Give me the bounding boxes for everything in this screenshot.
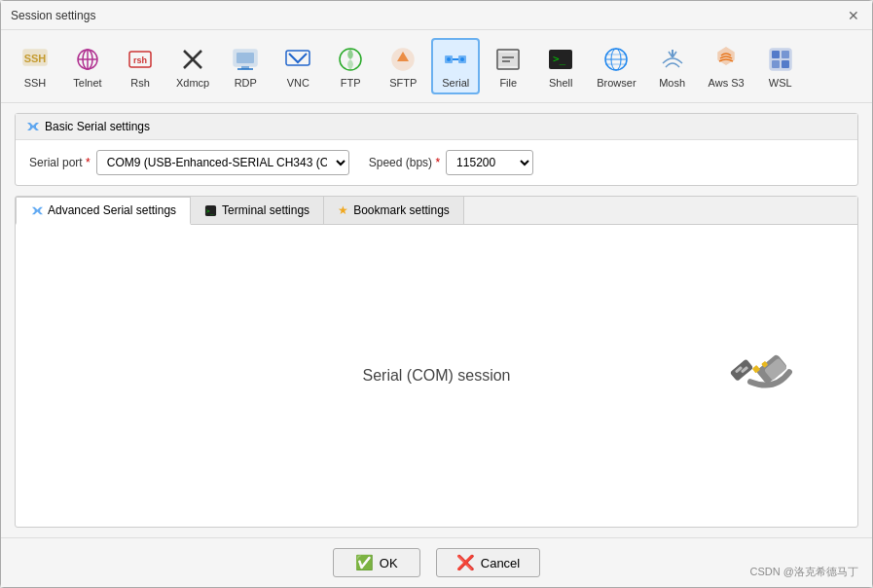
svg-point-21 <box>447 57 451 61</box>
vnc-icon <box>282 44 313 75</box>
svg-text:rsh: rsh <box>133 55 147 65</box>
rsh-icon: rsh <box>125 44 156 75</box>
tab-bookmark-settings[interactable]: ★ Bookmark settings <box>324 197 464 224</box>
sftp-label: SFTP <box>389 77 417 89</box>
basic-serial-title: Basic Serial settings <box>45 120 150 133</box>
browser-icon <box>600 44 632 75</box>
protocol-mosh[interactable]: Mosh <box>648 38 697 94</box>
svg-rect-13 <box>236 53 254 63</box>
tab-terminal-label: Terminal settings <box>222 203 309 217</box>
advanced-section: Advanced Serial settings >_ Terminal set… <box>15 196 858 528</box>
shell-protocol-icon: >_ <box>545 44 576 75</box>
telnet-label: Telnet <box>73 77 101 89</box>
protocol-vnc[interactable]: VNC <box>273 38 322 94</box>
ok-icon: ✅ <box>355 554 374 571</box>
session-type-label: Serial (COM) session <box>362 367 510 385</box>
protocol-wsl[interactable]: WSL <box>756 38 805 94</box>
ok-label: OK <box>380 556 398 570</box>
xdmcp-icon <box>177 44 208 75</box>
protocol-bar: SSH SSH Telnet rsh <box>1 30 872 103</box>
session-settings-dialog: Session settings ✕ SSH SSH <box>0 0 873 588</box>
advanced-serial-tab-icon <box>30 204 43 217</box>
main-content: Basic Serial settings Serial port * COM9… <box>1 103 872 537</box>
cancel-icon: ❌ <box>456 554 475 571</box>
tab-terminal-settings[interactable]: >_ Terminal settings <box>191 197 324 224</box>
xdmcp-label: Xdmcp <box>176 77 209 89</box>
protocol-telnet[interactable]: Telnet <box>63 38 112 94</box>
tab-bar: Advanced Serial settings >_ Terminal set… <box>16 197 857 225</box>
serial-port-select[interactable]: COM9 (USB-Enhanced-SERIAL CH343 (COM9 <box>96 150 349 175</box>
serial-label: Serial <box>442 77 469 89</box>
file-icon <box>492 44 524 75</box>
basic-serial-panel: Basic Serial settings Serial port * COM9… <box>15 113 858 186</box>
speed-select[interactable]: 115200 9600 19200 38400 57600 230400 <box>446 150 533 175</box>
svg-point-22 <box>460 57 464 61</box>
close-button[interactable]: ✕ <box>845 7 862 24</box>
browser-label: Browser <box>597 77 636 89</box>
tab-content: Serial (COM) session <box>16 225 857 527</box>
dialog-title: Session settings <box>11 9 95 22</box>
protocol-serial[interactable]: Serial <box>431 38 480 94</box>
svg-text:SSH: SSH <box>24 53 47 64</box>
protocol-xdmcp[interactable]: Xdmcp <box>168 38 217 94</box>
protocol-file[interactable]: File <box>484 38 532 94</box>
tab-bookmark-label: Bookmark settings <box>353 203 450 217</box>
protocol-browser[interactable]: Browser <box>589 38 643 94</box>
bookmark-tab-icon: ★ <box>338 203 348 217</box>
protocol-rsh[interactable]: rsh Rsh <box>116 38 164 94</box>
ftp-label: FTP <box>341 77 361 89</box>
basic-serial-header: Basic Serial settings <box>16 114 857 140</box>
protocol-ssh[interactable]: SSH SSH <box>11 38 59 94</box>
cancel-button[interactable]: ❌ Cancel <box>436 548 540 577</box>
ftp-icon <box>335 44 366 75</box>
rdp-label: RDP <box>235 77 257 89</box>
tab-advanced-serial[interactable]: Advanced Serial settings <box>16 197 191 225</box>
aws-s3-label: Aws S3 <box>709 77 745 89</box>
serial-port-label: Serial port * <box>29 156 91 169</box>
svg-rect-39 <box>772 51 780 58</box>
file-label: File <box>499 77 517 89</box>
cancel-label: Cancel <box>481 556 520 570</box>
tab-advanced-serial-label: Advanced Serial settings <box>48 203 176 217</box>
rsh-label: Rsh <box>130 77 150 89</box>
telnet-icon <box>72 44 103 75</box>
svg-rect-42 <box>782 60 789 68</box>
watermark: CSDN @洛克希德马丁 <box>750 565 858 579</box>
speed-group: Speed (bps) * 115200 9600 19200 38400 57… <box>369 150 533 175</box>
protocol-sftp[interactable]: SFTP <box>379 38 427 94</box>
mosh-label: Mosh <box>659 77 685 89</box>
svg-rect-47 <box>730 359 754 382</box>
svg-text:>_: >_ <box>206 207 214 215</box>
svg-rect-41 <box>772 60 780 68</box>
vnc-label: VNC <box>287 77 309 89</box>
serial-plug-illustration <box>721 333 799 404</box>
svg-text:>_: >_ <box>553 53 566 65</box>
protocol-shell[interactable]: >_ Shell <box>536 38 585 94</box>
ok-button[interactable]: ✅ OK <box>333 548 420 577</box>
protocol-rdp[interactable]: RDP <box>221 38 270 94</box>
serial-icon <box>440 44 471 75</box>
shell-label: Shell <box>549 77 572 89</box>
basic-serial-body: Serial port * COM9 (USB-Enhanced-SERIAL … <box>16 140 857 185</box>
mosh-icon <box>657 44 688 75</box>
wsl-icon <box>765 44 796 75</box>
protocol-ftp[interactable]: FTP <box>326 38 375 94</box>
serial-port-group: Serial port * COM9 (USB-Enhanced-SERIAL … <box>29 150 349 175</box>
bottom-bar: ✅ OK ❌ Cancel CSDN @洛克希德马丁 <box>1 537 872 587</box>
speed-label: Speed (bps) * <box>369 156 440 169</box>
ssh-icon: SSH <box>19 44 51 75</box>
ssh-label: SSH <box>24 77 47 89</box>
svg-rect-27 <box>496 49 518 68</box>
aws-s3-icon <box>710 44 742 75</box>
terminal-tab-icon: >_ <box>204 204 217 217</box>
title-bar: Session settings ✕ <box>1 1 872 30</box>
wsl-label: WSL <box>769 77 792 89</box>
rdp-icon <box>230 44 261 75</box>
sftp-icon <box>387 44 418 75</box>
protocol-aws-s3[interactable]: Aws S3 <box>701 38 752 94</box>
svg-rect-40 <box>782 51 789 58</box>
basic-settings-icon <box>25 120 39 133</box>
